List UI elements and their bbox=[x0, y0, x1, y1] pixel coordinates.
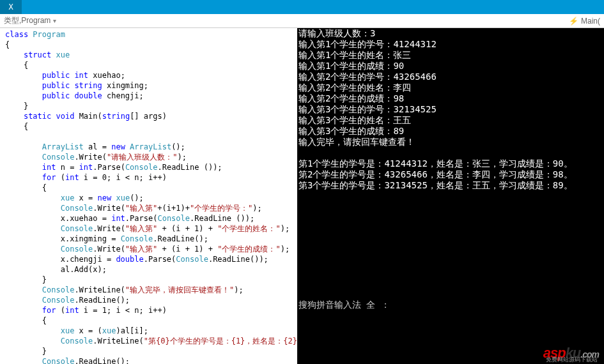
close-button[interactable]: X bbox=[0, 0, 22, 14]
ime-indicator: 搜狗拼音输入法 全 ： bbox=[298, 300, 603, 310]
console-output: 请输入班级人数：3 输入第1个学生的学号：41244312 输入第1个学生的姓名… bbox=[297, 28, 604, 364]
main-area: class Program { struct xue { public int … bbox=[0, 28, 604, 364]
chevron-down-icon: ▾ bbox=[53, 17, 56, 24]
code-editor[interactable]: class Program { struct xue { public int … bbox=[0, 28, 297, 364]
title-bar: X bbox=[0, 0, 604, 14]
breadcrumb-right[interactable]: ⚡Main( bbox=[569, 17, 600, 26]
breadcrumb-left[interactable]: 类型,Program ▾ bbox=[4, 15, 569, 26]
console-text: 请输入班级人数：3 输入第1个学生的学号：41244312 输入第1个学生的姓名… bbox=[298, 28, 573, 190]
watermark-subtitle: 免费网站源码下载站 bbox=[546, 356, 598, 364]
bolt-icon: ⚡ bbox=[569, 17, 578, 26]
breadcrumb-bar: 类型,Program ▾ ⚡Main( bbox=[0, 14, 604, 28]
